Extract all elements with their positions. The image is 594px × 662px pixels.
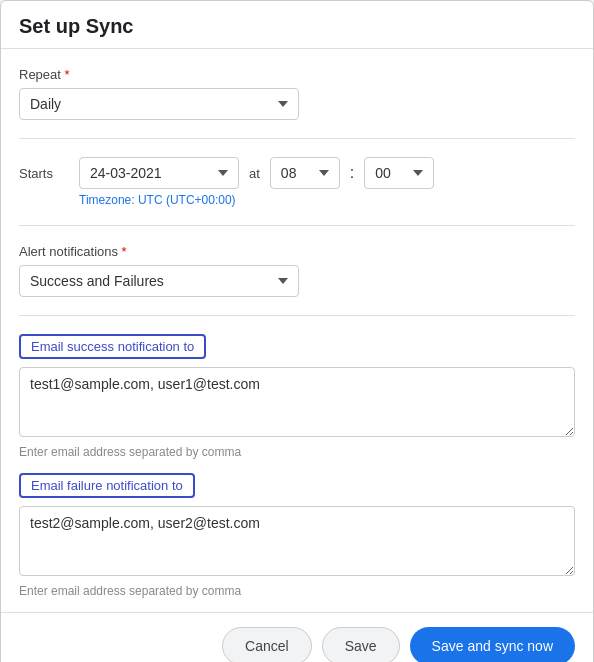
cancel-button[interactable]: Cancel <box>222 627 312 662</box>
starts-section: Starts 24-03-2021 at 08 : 00 Timezone: U… <box>19 157 575 226</box>
starts-minute-select[interactable]: 00 <box>364 157 434 189</box>
starts-label: Starts <box>19 166 69 181</box>
email-failure-label: Email failure notification to <box>19 473 195 498</box>
email-success-label: Email success notification to <box>19 334 206 359</box>
dialog-footer: Cancel Save Save and sync now <box>1 612 593 662</box>
timezone-text: Timezone: UTC (UTC+00:00) <box>79 193 575 207</box>
dialog-title: Set up Sync <box>19 15 575 38</box>
alert-label: Alert notifications * <box>19 244 575 259</box>
email-success-textarea[interactable]: test1@sample.com, user1@test.com <box>19 367 575 437</box>
at-label: at <box>249 166 260 181</box>
alert-notifications-select[interactable]: Success and Failures <box>19 265 299 297</box>
colon-separator: : <box>350 164 354 182</box>
save-button[interactable]: Save <box>322 627 400 662</box>
email-failure-section: Email failure notification to test2@samp… <box>19 473 575 598</box>
dialog-header: Set up Sync <box>1 1 593 49</box>
email-failure-hint: Enter email address separated by comma <box>19 584 575 598</box>
starts-hour-select[interactable]: 08 <box>270 157 340 189</box>
save-and-sync-button[interactable]: Save and sync now <box>410 627 575 662</box>
dialog-body: Repeat * Daily Starts 24-03-2021 at 08 :… <box>1 49 593 612</box>
repeat-label: Repeat * <box>19 67 575 82</box>
email-success-section: Email success notification to test1@samp… <box>19 334 575 459</box>
email-success-hint: Enter email address separated by comma <box>19 445 575 459</box>
starts-date-select[interactable]: 24-03-2021 <box>79 157 239 189</box>
setup-sync-dialog: Set up Sync Repeat * Daily Starts 24-03-… <box>0 0 594 662</box>
repeat-section: Repeat * Daily <box>19 67 575 139</box>
email-failure-textarea[interactable]: test2@sample.com, user2@test.com <box>19 506 575 576</box>
alert-notifications-section: Alert notifications * Success and Failur… <box>19 244 575 316</box>
repeat-select[interactable]: Daily <box>19 88 299 120</box>
